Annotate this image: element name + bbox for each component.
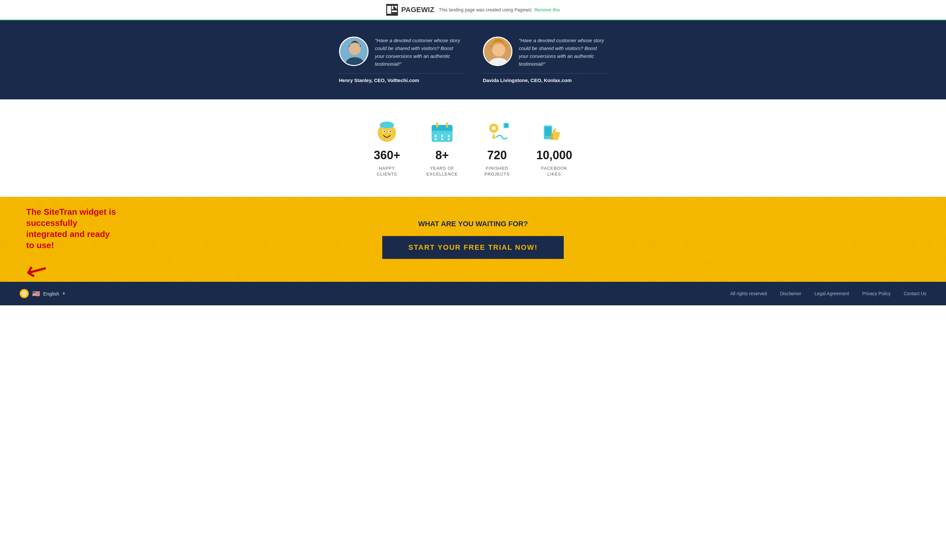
map-icon [484,119,510,145]
svg-rect-0 [387,6,391,14]
thumbsup-icon [541,119,568,145]
svg-rect-20 [432,129,452,131]
testimonial-card-1: "Have a devoted customer whose story cou… [339,37,463,83]
svg-rect-13 [380,123,393,128]
svg-rect-2 [392,11,397,12]
avatar-woman [483,37,512,66]
svg-point-27 [435,135,437,137]
stat-number-projects: 720 [487,148,507,162]
calendar-icon [429,119,455,145]
pagewiz-logo: PAGEWIZ [386,4,434,16]
stat-years: 8+ YEARS OFEXCELLENCE [426,119,458,177]
testimonials-section: "Have a devoted customer whose story cou… [0,20,946,99]
dropdown-arrow: ▼ [62,291,66,296]
svg-rect-38 [545,127,551,136]
footer: 🇺🇸 English ▼ All rights reserved Disclai… [0,282,946,305]
testimonial-quote-2: "Have a devoted customer whose story cou… [519,37,607,68]
cta-section: The SiteTran widget is successfully inte… [0,197,946,282]
cta-button[interactable]: START YOUR FREE TRIAL NOW! [382,236,564,259]
testimonial-name-1: Henry Stanley, CEO, Volttechi.com [339,77,463,83]
testimonial-card-2: "Have a devoted customer whose story cou… [483,37,607,83]
footer-link-legal[interactable]: Legal Agreement [815,291,849,296]
logo-icon [386,4,398,16]
stat-number-years: 8+ [435,148,449,162]
testimonial-divider-2 [483,73,607,74]
testimonial-top-2: "Have a devoted customer whose story cou… [483,37,607,68]
svg-rect-36 [505,124,508,127]
flag-icon: 🇺🇸 [31,290,40,297]
footer-links: All rights reserved Disclaimer Legal Agr… [730,291,926,296]
footer-link-rights[interactable]: All rights reserved [730,291,767,296]
svg-marker-3 [394,6,397,9]
svg-rect-25 [436,122,438,128]
svg-point-9 [492,43,505,57]
remove-link[interactable]: Remove this [534,7,560,12]
testimonial-quote-1: "Have a devoted customer whose story cou… [375,37,463,68]
lang-label: English [43,291,59,297]
footer-link-contact[interactable]: Contact Us [904,291,926,296]
topbar-description: This landing page was created using Page… [439,7,532,12]
sitetran-text: The SiteTran widget is successfully inte… [26,207,118,251]
stat-label-clients: HAPPYCLIENTS [377,165,397,177]
avatar-man [339,37,369,66]
stat-projects: 720 FINISHEDPROJECTS [484,119,510,177]
stat-label-projects: FINISHEDPROJECTS [484,165,509,177]
svg-point-30 [435,138,437,140]
svg-point-28 [441,135,443,137]
logo-text: PAGEWIZ [401,6,434,14]
svg-point-17 [389,131,391,132]
stat-number-clients: 360+ [374,148,400,162]
footer-link-privacy[interactable]: Privacy Policy [862,291,891,296]
svg-point-29 [448,135,450,137]
svg-rect-1 [392,6,393,9]
footer-lang-selector[interactable]: 🇺🇸 English ▼ [20,289,66,298]
stats-section: 360+ HAPPYCLIENTS [0,99,946,197]
svg-rect-26 [446,122,448,128]
footer-link-disclaimer[interactable]: Disclaimer [780,291,801,296]
stat-number-likes: 10,000 [536,148,572,162]
stat-happy-clients: 360+ HAPPYCLIENTS [374,119,400,177]
sitetran-widget: The SiteTran widget is successfully inte… [26,207,118,282]
testimonial-top-1: "Have a devoted customer whose story cou… [339,37,463,68]
testimonial-name-2: Davida Livingstone, CEO, Konlax.com [483,77,607,83]
testimonial-divider-1 [339,73,463,74]
svg-point-16 [383,131,385,132]
cta-subtitle: WHAT ARE YOU WAITING FOR? [418,220,528,228]
svg-point-34 [492,126,496,130]
top-bar: PAGEWIZ This landing page was created us… [0,0,946,20]
stat-label-years: YEARS OFEXCELLENCE [426,165,458,177]
svg-point-7 [349,43,361,55]
stat-likes: 10,000 FACEBOOKLIKES [536,119,572,177]
svg-point-32 [448,138,450,140]
smiley-icon [374,119,400,145]
svg-point-31 [441,138,443,140]
stat-label-likes: FACEBOOKLIKES [541,165,568,177]
sitetran-footer-icon [20,289,29,298]
